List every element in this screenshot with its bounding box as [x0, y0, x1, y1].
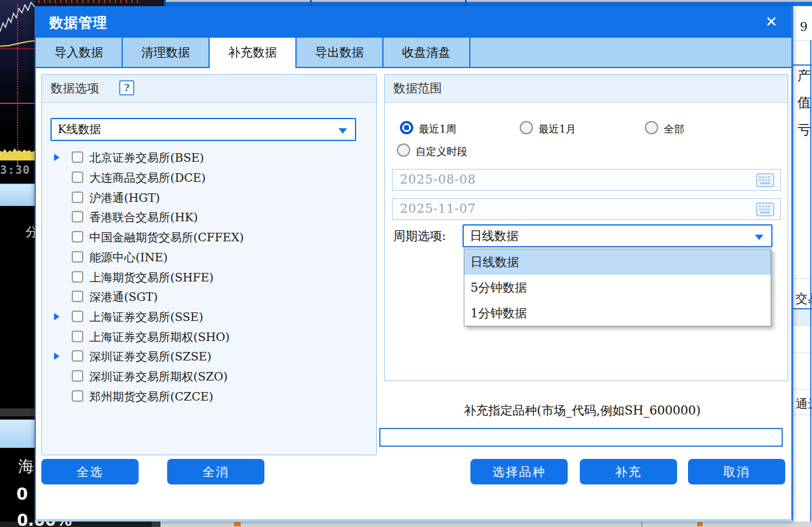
toolbar-divider [164, 0, 166, 6]
cancel-button[interactable]: 取消 [688, 459, 785, 484]
radio-icon [397, 143, 410, 157]
table-label: 亏 [797, 121, 811, 139]
expand-arrow-icon[interactable] [54, 154, 60, 161]
data-range-title: 数据范围 [393, 80, 442, 97]
data-type-select[interactable]: K线数据 [50, 118, 356, 141]
gridline-blue [793, 64, 812, 66]
expand-arrow-icon[interactable] [54, 313, 60, 320]
tree-item-hgt[interactable]: 沪港通(HGT) [42, 189, 376, 207]
dialog-title: 数据管理 [49, 13, 108, 32]
tree-item-szo[interactable]: 深圳证券交易所期权(SZO) [42, 368, 376, 386]
chart-value-zero: 0 [16, 484, 28, 503]
tree-item-bse[interactable]: 北京证券交易所(BSE) [42, 149, 376, 167]
symbol-input[interactable] [379, 428, 783, 447]
crosshair-vertical-line [17, 4, 18, 159]
tab-close-clear[interactable]: 收盘清盘 [384, 38, 470, 67]
checkbox[interactable] [72, 151, 83, 163]
dialog-tabbar: 导入数据 清理数据 补充数据 导出数据 收盘清盘 [36, 38, 791, 68]
statusbar-orange-icon [697, 522, 703, 526]
table-label: 产 [797, 67, 811, 85]
candle-ticks [38, 0, 142, 3]
clear-all-button[interactable]: 全消 [167, 459, 264, 484]
tree-item-hk[interactable]: 香港联合交易所(HK) [42, 208, 376, 227]
table-row-label: 交易 [796, 291, 812, 307]
supplement-button[interactable]: 补充 [580, 459, 677, 484]
keyboard-icon[interactable] [756, 202, 774, 216]
date-to-field[interactable]: 2025-11-07 [392, 198, 781, 220]
data-range-header: 数据范围 [385, 75, 788, 103]
checkbox[interactable] [72, 171, 83, 183]
date-to-value: 2025-11-07 [400, 201, 476, 216]
data-options-header: 数据选项 ? [42, 75, 376, 103]
checkbox[interactable] [72, 191, 83, 203]
date-from-value: 2025-08-08 [400, 172, 476, 187]
tab-clean-data[interactable]: 清理数据 [123, 38, 210, 67]
background-status-bar [0, 522, 812, 527]
data-type-value: K线数据 [58, 122, 101, 137]
checkbox[interactable] [72, 251, 83, 263]
gridline [793, 278, 812, 279]
tab-export-data[interactable]: 导出数据 [297, 38, 384, 67]
expand-arrow-icon[interactable] [54, 353, 60, 360]
help-icon[interactable]: ? [119, 80, 134, 95]
tree-item-shfe[interactable]: 上海期货交易所(SHFE) [42, 269, 376, 287]
dialog-titlebar: 数据管理 ✕ [36, 6, 791, 38]
table-vertical-border [810, 40, 811, 522]
select-all-button[interactable]: 全选 [41, 459, 139, 484]
keyboard-icon[interactable] [756, 173, 774, 187]
tree-item-sho[interactable]: 上海证券交易所期权(SHO) [42, 328, 376, 346]
checkbox[interactable] [72, 231, 83, 243]
highlighted-row-band-2 [0, 419, 35, 448]
gridline [793, 389, 812, 390]
gridline [793, 415, 812, 415]
radio-icon [520, 121, 533, 134]
radio-icon [645, 121, 658, 134]
radio-selected-icon [400, 121, 413, 134]
time-axis-label: 3:30 [0, 163, 30, 176]
tree-item-czce[interactable]: 郑州期货交易所(CZCE) [42, 388, 376, 406]
data-management-dialog: 数据管理 ✕ 导入数据 清理数据 补充数据 导出数据 收盘清盘 数据选项 ? K… [35, 6, 793, 522]
screen: 3:30 分 海 0 0.00% 9 产 值 亏 交易 通达 [0, 0, 812, 527]
period-label: 周期选项: [393, 228, 446, 244]
checkbox[interactable] [72, 211, 83, 222]
tree-item-szse[interactable]: 深圳证券交易所(SZSE) [42, 348, 376, 366]
chevron-down-icon [755, 235, 763, 240]
checkbox[interactable] [72, 350, 83, 362]
checkbox[interactable] [72, 331, 83, 342]
period-value: 日线数据 [470, 228, 518, 244]
period-select[interactable]: 日线数据 [463, 224, 772, 247]
background-chart-strip: 3:30 分 海 0 [0, 0, 35, 527]
tab-supplement-data[interactable]: 补充数据 [210, 38, 297, 68]
background-table-strip: 9 产 值 亏 交易 通达 [793, 6, 812, 522]
dropdown-option-daily[interactable]: 日线数据 [464, 249, 771, 275]
checkbox[interactable] [72, 271, 83, 283]
toolbar-divider [310, 0, 312, 6]
tree-item-dce[interactable]: 大连商品交易所(DCE) [42, 169, 376, 187]
checkbox[interactable] [72, 311, 83, 322]
dropdown-option-5min[interactable]: 5分钟数据 [464, 275, 771, 300]
checkbox[interactable] [72, 390, 83, 402]
checkbox[interactable] [72, 370, 83, 382]
tree-item-sgt[interactable]: 深港通(SGT) [42, 288, 376, 306]
checkbox[interactable] [72, 291, 83, 302]
date-from-field[interactable]: 2025-08-08 [392, 169, 781, 191]
volume-histogram [0, 145, 35, 160]
dropdown-option-1min[interactable]: 1分钟数据 [464, 300, 771, 326]
table-row-band [793, 309, 812, 325]
tree-item-sse[interactable]: 上海证券交易所(SSE) [42, 308, 376, 326]
dark-strip [0, 408, 35, 416]
data-options-title: 数据选项 [50, 80, 99, 97]
tab-import-data[interactable]: 导入数据 [36, 38, 123, 67]
choose-symbol-button[interactable]: 选择品种 [470, 459, 568, 484]
gridline [793, 40, 812, 41]
close-icon[interactable]: ✕ [762, 13, 780, 31]
tree-item-cffex[interactable]: 中国金融期货交易所(CFFEX) [42, 229, 376, 247]
table-row-label: 通达 [796, 396, 812, 412]
statusbar-gray [160, 522, 812, 527]
table-number: 9 [800, 19, 808, 34]
clipped-char-low: 海 [18, 456, 34, 477]
data-options-panel: 数据选项 ? K线数据 北京证券交易所(BSE) 大连商品交易所(DCE) 沪港… [41, 74, 377, 455]
tree-item-ine[interactable]: 能源中心(INE) [42, 249, 376, 267]
gridline [793, 325, 812, 326]
table-label: 值 [797, 94, 811, 112]
